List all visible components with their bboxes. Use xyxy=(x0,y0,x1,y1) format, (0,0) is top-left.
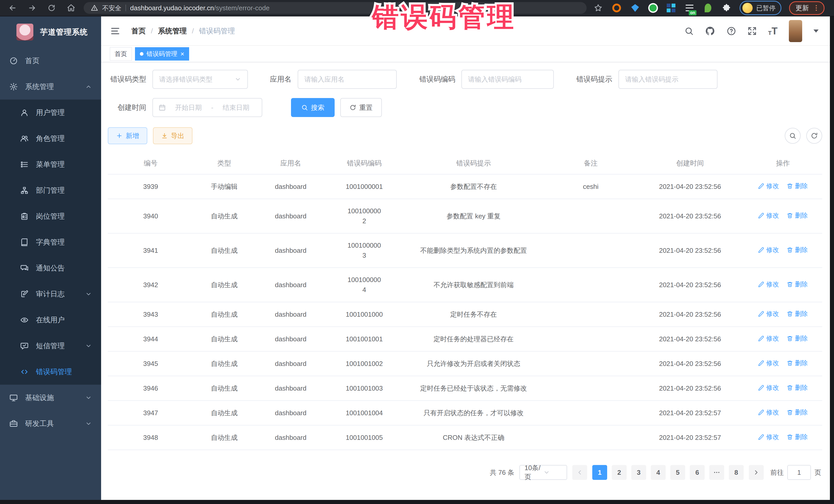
next-page-button[interactable] xyxy=(749,465,764,480)
fullscreen-icon[interactable] xyxy=(748,26,757,36)
delete-link[interactable]: 删除 xyxy=(787,280,808,289)
edit-link[interactable]: 修改 xyxy=(758,358,779,368)
delete-link[interactable]: 删除 xyxy=(787,358,808,368)
browser-profile-chip[interactable]: 已暂停 xyxy=(740,1,782,15)
delete-link[interactable]: 删除 xyxy=(787,245,808,255)
delete-link[interactable]: 删除 xyxy=(787,383,808,393)
sidebar-item-gear[interactable]: 系统管理 xyxy=(0,74,101,100)
extension-tampermonkey-icon[interactable]: on xyxy=(684,3,695,13)
extension-orange-icon[interactable] xyxy=(611,3,622,13)
sidebar-item-users[interactable]: 角色管理 xyxy=(0,126,101,151)
filter-select[interactable]: 请选择错误码类型 xyxy=(152,70,248,89)
delete-link[interactable]: 删除 xyxy=(787,309,808,319)
page-button[interactable]: 1 xyxy=(592,465,607,480)
hamburger-icon[interactable] xyxy=(110,26,120,37)
page-size-select[interactable]: 10条/页 xyxy=(520,465,567,480)
sidebar-item-tool[interactable]: 研发工具 xyxy=(0,411,101,437)
sidebar-item-badge[interactable]: 岗位管理 xyxy=(0,203,101,229)
sidebar-item-code[interactable]: 错误码管理 xyxy=(0,359,101,385)
page-button[interactable]: 3 xyxy=(631,465,646,480)
breadcrumb-item[interactable]: 首页 xyxy=(131,26,146,36)
browser-update-button[interactable]: 更新 xyxy=(789,1,825,15)
address-bar[interactable]: 不安全 dashboard.yudao.iocoder.cn/system/er… xyxy=(84,2,587,14)
more-pages-icon[interactable] xyxy=(709,465,724,480)
prev-page-button[interactable] xyxy=(572,465,587,480)
reset-button[interactable]: 重置 xyxy=(340,98,382,117)
cell-actions: 修改删除 xyxy=(744,174,822,199)
page-button[interactable]: 8 xyxy=(729,465,744,480)
page-button[interactable]: 4 xyxy=(651,465,666,480)
edit-link[interactable]: 修改 xyxy=(758,280,779,289)
delete-link[interactable]: 删除 xyxy=(787,432,808,442)
extensions-puzzle-icon[interactable] xyxy=(721,3,732,13)
bookmark-star-icon[interactable] xyxy=(593,3,603,13)
sidebar-item-log[interactable]: 审计日志 xyxy=(0,281,101,307)
browser-reload-icon[interactable] xyxy=(47,3,57,13)
edit-link[interactable]: 修改 xyxy=(758,408,779,417)
sidebar-item-menu[interactable]: 菜单管理 xyxy=(0,151,101,177)
extension-gem-icon[interactable] xyxy=(630,3,640,13)
users-icon xyxy=(20,134,29,143)
sidebar-item-user[interactable]: 用户管理 xyxy=(0,100,101,126)
filter-field: 应用名请输入应用名 xyxy=(268,70,397,89)
filter-input[interactable]: 请输入错误码编码 xyxy=(461,70,554,89)
refresh-table-button[interactable] xyxy=(806,128,822,144)
sidebar-item-infra[interactable]: 基础设施 xyxy=(0,385,101,411)
sidebar-item-notice[interactable]: 通知公告 xyxy=(0,255,101,281)
delete-link[interactable]: 删除 xyxy=(787,211,808,220)
help-icon[interactable] xyxy=(726,26,736,36)
extension-green-icon[interactable] xyxy=(648,3,658,13)
calendar-icon xyxy=(159,104,166,111)
view-tag[interactable]: 错误码管理× xyxy=(135,47,189,61)
page-button[interactable]: 2 xyxy=(612,465,627,480)
page-button[interactable]: 5 xyxy=(670,465,685,480)
sidebar-item-sms[interactable]: 短信管理 xyxy=(0,333,101,359)
search-button[interactable]: 搜索 xyxy=(291,98,335,117)
extension-leaf-icon[interactable] xyxy=(703,3,714,13)
github-icon[interactable] xyxy=(705,26,715,36)
sidebar-item-online[interactable]: 在线用户 xyxy=(0,307,101,333)
edit-link[interactable]: 修改 xyxy=(758,181,779,191)
user-avatar[interactable] xyxy=(789,20,802,42)
sidebar-item-tree[interactable]: 部门管理 xyxy=(0,177,101,203)
plus-icon xyxy=(116,132,123,139)
sidebar-item-dict[interactable]: 字典管理 xyxy=(0,229,101,255)
edit-link[interactable]: 修改 xyxy=(758,334,779,343)
code-icon xyxy=(20,368,29,376)
delete-link[interactable]: 删除 xyxy=(787,334,808,343)
add-button[interactable]: 新增 xyxy=(108,127,147,144)
view-tag[interactable]: 首页 xyxy=(110,47,132,61)
date-range-picker[interactable]: 开始日期 - 结束日期 xyxy=(152,98,262,117)
badge-icon xyxy=(20,212,29,221)
filter-input[interactable]: 请输入错误码提示 xyxy=(618,70,718,89)
sidebar-item-dashboard[interactable]: 首页 xyxy=(0,48,101,74)
close-tag-icon[interactable]: × xyxy=(180,50,184,57)
delete-link[interactable]: 删除 xyxy=(787,408,808,417)
browser-menu-dots-icon[interactable] xyxy=(812,4,820,12)
browser-home-icon[interactable] xyxy=(66,3,76,13)
browser-back-icon[interactable] xyxy=(8,3,18,13)
breadcrumb-item[interactable]: 系统管理 xyxy=(158,26,187,36)
total-count: 共 76 条 xyxy=(490,468,514,477)
cell-create-time: 2021-04-20 23:52:56 xyxy=(636,376,744,400)
page-button[interactable]: 6 xyxy=(690,465,705,480)
extension-squares-icon[interactable] xyxy=(666,3,676,13)
export-button[interactable]: 导出 xyxy=(153,127,193,144)
avatar-caret-icon[interactable] xyxy=(813,29,819,32)
edit-link[interactable]: 修改 xyxy=(758,245,779,255)
toggle-search-button[interactable] xyxy=(785,128,800,144)
jump-page-input[interactable] xyxy=(787,465,811,480)
edit-link[interactable]: 修改 xyxy=(758,211,779,220)
search-icon[interactable] xyxy=(684,26,694,36)
app-logo[interactable]: 芋道管理系统 xyxy=(0,17,101,48)
trash-icon xyxy=(787,335,793,342)
font-size-icon[interactable]: TT xyxy=(768,26,777,36)
edit-link[interactable]: 修改 xyxy=(758,309,779,319)
edit-link[interactable]: 修改 xyxy=(758,432,779,442)
delete-link[interactable]: 删除 xyxy=(787,181,808,191)
edit-link[interactable]: 修改 xyxy=(758,383,779,393)
column-header: 创建时间 xyxy=(636,153,744,174)
browser-forward-icon[interactable] xyxy=(27,3,37,13)
filter-input[interactable]: 请输入应用名 xyxy=(298,70,397,89)
cell-memo xyxy=(545,268,636,302)
